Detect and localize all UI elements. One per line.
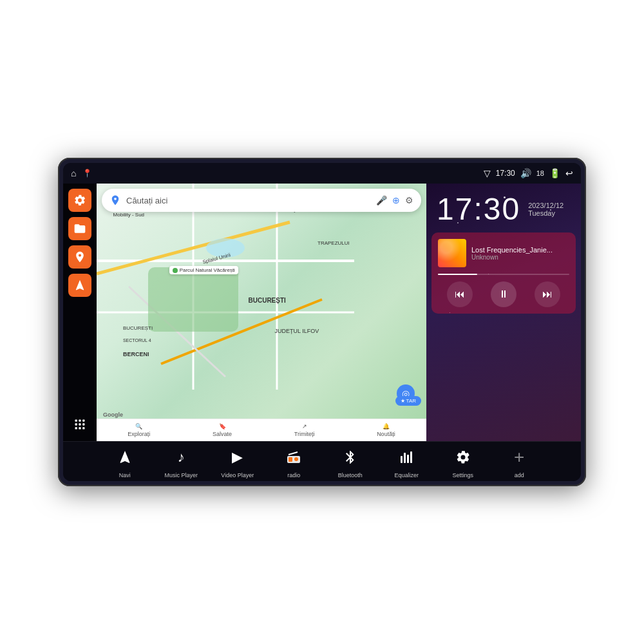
map-nav-news[interactable]: 🔔 Noutăți bbox=[377, 423, 395, 437]
map-nav-explore[interactable]: 🔍 Explorați bbox=[128, 423, 150, 437]
right-panel: 17:30 2023/12/12 Tuesday bbox=[426, 184, 581, 441]
status-bar: ⌂ 📍 ▽ 17:30 🔊 18 🔋 ↩ bbox=[63, 163, 581, 184]
svg-rect-7 bbox=[79, 427, 80, 429]
pause-button[interactable]: ⏸ bbox=[491, 281, 516, 307]
app-grid: Navi ♪ Music Player ▶ Video Player bbox=[97, 444, 547, 478]
map-bottom-bar: 🔍 Explorați 🔖 Salvate ↗ Trimiteți 🔔 bbox=[97, 419, 426, 441]
status-time: 17:30 bbox=[496, 169, 515, 178]
settings-map-icon[interactable]: ⚙ bbox=[405, 195, 413, 205]
sidebar-maps-button[interactable] bbox=[68, 245, 91, 269]
music-info: Lost Frequencies_Janie... Unknown bbox=[438, 239, 569, 267]
app-bluetooth[interactable]: Bluetooth bbox=[322, 444, 379, 478]
bluetooth-label: Bluetooth bbox=[338, 472, 363, 478]
sidebar-apps-button[interactable] bbox=[68, 413, 91, 436]
app-navi[interactable]: Navi bbox=[97, 444, 153, 478]
clock-day: Tuesday bbox=[528, 209, 564, 217]
map-search-text: Căutați aici bbox=[126, 196, 371, 205]
navi-icon bbox=[117, 450, 133, 465]
left-sidebar bbox=[63, 184, 97, 441]
map-label-berceni: BERCENI bbox=[123, 351, 149, 357]
map-label-axis2: Mobility - Sud bbox=[113, 212, 144, 218]
svg-rect-22 bbox=[401, 456, 402, 463]
svg-rect-8 bbox=[82, 427, 84, 429]
map-nav-send[interactable]: ↗ Trimiteți bbox=[294, 423, 315, 437]
sidebar-files-button[interactable] bbox=[68, 217, 91, 240]
news-icon: 🔔 bbox=[383, 423, 390, 430]
music-artist: Unknown bbox=[471, 254, 569, 261]
saved-icon: 🔖 bbox=[219, 423, 226, 430]
next-button[interactable]: ⏭ bbox=[535, 281, 560, 307]
parcul-pin[interactable]: Parcul Natural Văcărești bbox=[169, 266, 238, 274]
volume-icon: 🔊 bbox=[520, 168, 531, 178]
svg-rect-24 bbox=[407, 455, 409, 463]
clock-time: 17:30 bbox=[437, 194, 520, 225]
bluetooth-icon-wrapper bbox=[337, 444, 363, 470]
back-icon[interactable]: ↩ bbox=[565, 168, 573, 178]
explore-label: Explorați bbox=[128, 431, 150, 437]
app-settings[interactable]: Settings bbox=[435, 444, 491, 478]
radio-icon-wrapper bbox=[281, 444, 307, 470]
svg-rect-2 bbox=[82, 420, 84, 422]
music-player: Lost Frequencies_Janie... Unknown ⏮ ⏸ ⏭ bbox=[431, 232, 576, 314]
map-nav-saved[interactable]: 🔖 Salvate bbox=[213, 423, 232, 437]
send-icon: ↗ bbox=[302, 423, 307, 430]
app-equalizer[interactable]: Equalizer bbox=[379, 444, 435, 478]
map-label-sector4: BUCUREȘTI bbox=[123, 325, 153, 331]
bluetooth-icon bbox=[343, 450, 358, 465]
album-art bbox=[438, 239, 466, 267]
star-6 bbox=[504, 196, 506, 198]
map-search-bar[interactable]: Căutați aici 🎤 ⊕ ⚙ bbox=[102, 189, 421, 212]
sidebar-nav-button[interactable] bbox=[68, 274, 91, 297]
home-icon[interactable]: ⌂ bbox=[71, 168, 76, 178]
radio-icon bbox=[286, 450, 301, 465]
sidebar-settings-button[interactable] bbox=[68, 189, 91, 212]
progress-fill bbox=[438, 274, 477, 275]
music-controls: ⏮ ⏸ ⏭ bbox=[438, 281, 569, 307]
car-head-unit: ⌂ 📍 ▽ 17:30 🔊 18 🔋 ↩ bbox=[58, 158, 586, 486]
svg-rect-1 bbox=[79, 420, 80, 422]
search-map-icon[interactable]: ⊕ bbox=[392, 195, 400, 205]
map-label-sector4b: SECTORUL 4 bbox=[123, 338, 151, 343]
news-label: Noutăți bbox=[377, 431, 395, 437]
mic-icon[interactable]: 🎤 bbox=[376, 195, 387, 205]
svg-point-20 bbox=[294, 457, 298, 461]
settings-icon-wrapper bbox=[450, 444, 476, 470]
map-container[interactable]: AXIS Premium Mobility - Sud Pizza & Bake… bbox=[97, 184, 426, 441]
main-content: AXIS Premium Mobility - Sud Pizza & Bake… bbox=[63, 184, 581, 441]
settings-label: Settings bbox=[452, 472, 473, 478]
map-search-overlay: Căutați aici 🎤 ⊕ ⚙ bbox=[102, 189, 421, 212]
app-video[interactable]: ▶ Video Player bbox=[209, 444, 266, 478]
equalizer-label: Equalizer bbox=[394, 472, 419, 478]
battery-icon: 🔋 bbox=[549, 168, 560, 178]
map-background: AXIS Premium Mobility - Sud Pizza & Bake… bbox=[97, 184, 426, 441]
saved-label: Salvate bbox=[213, 431, 232, 437]
svg-rect-23 bbox=[404, 453, 406, 463]
progress-bar[interactable] bbox=[438, 274, 569, 275]
star-4 bbox=[550, 209, 551, 211]
navi-label: Navi bbox=[119, 472, 131, 478]
svg-rect-3 bbox=[75, 423, 77, 425]
video-label: Video Player bbox=[221, 472, 254, 478]
status-right: ▽ 17:30 🔊 18 🔋 ↩ bbox=[484, 168, 573, 178]
svg-rect-6 bbox=[75, 427, 77, 429]
explore-icon: 🔍 bbox=[135, 423, 142, 430]
location-icon[interactable]: 📍 bbox=[82, 169, 92, 178]
clock-date-text: 2023/12/12 bbox=[528, 202, 564, 209]
prev-button[interactable]: ⏮ bbox=[447, 281, 473, 307]
app-radio[interactable]: radio bbox=[266, 444, 323, 478]
star-button[interactable]: ★ TAR bbox=[395, 396, 421, 406]
map-label-ilfov: JUDEȚUL ILFOV bbox=[274, 328, 319, 334]
map-roads bbox=[97, 184, 426, 441]
map-label-trapez: TRAPEZULUI bbox=[317, 240, 350, 246]
google-maps-icon bbox=[109, 194, 121, 206]
radio-label: radio bbox=[287, 472, 300, 478]
add-icon-wrapper: + bbox=[506, 444, 532, 470]
music-text: Lost Frequencies_Janie... Unknown bbox=[471, 246, 569, 261]
app-music[interactable]: ♪ Music Player bbox=[153, 444, 210, 478]
svg-rect-4 bbox=[79, 423, 80, 425]
equalizer-icon-wrapper bbox=[393, 444, 419, 470]
screen: ⌂ 📍 ▽ 17:30 🔊 18 🔋 ↩ bbox=[63, 163, 581, 481]
video-icon: ▶ bbox=[232, 449, 243, 466]
music-label: Music Player bbox=[164, 472, 198, 478]
app-add[interactable]: + add bbox=[491, 444, 548, 478]
